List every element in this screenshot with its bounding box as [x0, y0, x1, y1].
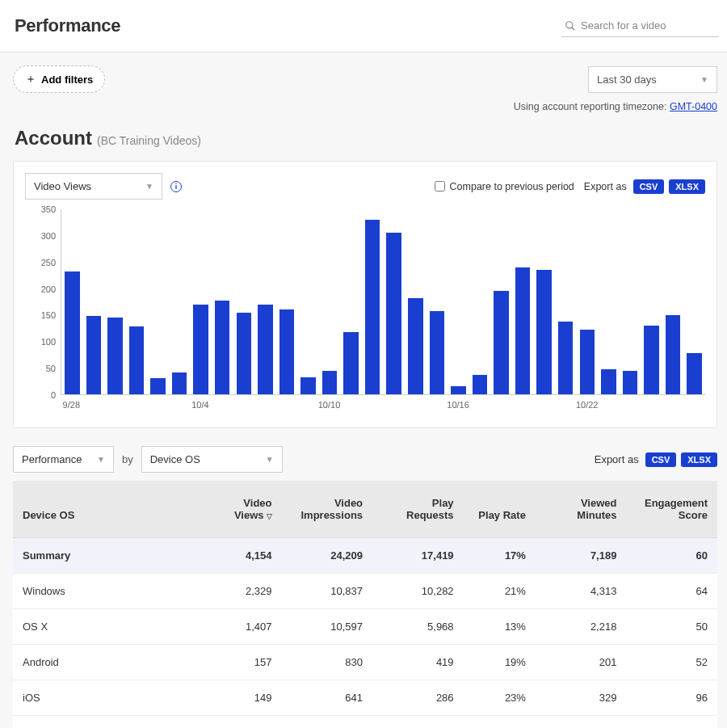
chart-bar[interactable] — [558, 322, 574, 394]
chart-bar[interactable] — [107, 318, 123, 394]
th-video-impressions[interactable]: Video Impressions — [282, 481, 373, 538]
metric-value: Video Views — [34, 180, 91, 192]
chart-bar[interactable] — [687, 353, 702, 394]
y-tick-label: 350 — [41, 204, 56, 214]
table-row[interactable]: Android15783041919%20152 — [13, 645, 717, 680]
cell-play-rate: 10% — [464, 716, 536, 729]
bar-slot — [235, 209, 254, 394]
cell-video-views: 2,329 — [191, 574, 282, 609]
table-header-row: Device OS Video Views▽ Video Impressions… — [13, 481, 717, 538]
th-play-rate[interactable]: Play Rate — [464, 481, 536, 538]
export-csv-button[interactable]: CSV — [645, 452, 677, 467]
cell-video-views: 103 — [191, 716, 282, 729]
bar-slot — [364, 209, 382, 394]
chart-bar[interactable] — [237, 313, 252, 394]
bar-slot — [385, 209, 403, 394]
cell-label: Windows — [13, 574, 191, 609]
chart-y-axis: 050100150200250300350 — [25, 209, 61, 395]
metric-select[interactable]: Video Views ▼ — [25, 173, 162, 200]
cell-play-rate: 13% — [464, 609, 536, 645]
breakdown-row: Performance ▼ by Device OS ▼ Export as C… — [13, 446, 717, 473]
info-icon[interactable]: i — [170, 181, 182, 192]
chart-bar[interactable] — [365, 220, 380, 394]
chart-bar[interactable] — [408, 298, 423, 394]
chart-bar[interactable] — [666, 315, 681, 394]
chart-bar[interactable] — [193, 305, 208, 394]
export-xlsx-button[interactable]: XLSX — [669, 179, 705, 194]
y-tick-label: 200 — [41, 284, 56, 294]
x-tick-label: 10/22 — [576, 400, 599, 410]
chart-bar[interactable] — [150, 378, 166, 394]
bar-slot — [63, 209, 82, 394]
compare-checkbox-input[interactable] — [435, 181, 445, 191]
chart-bar[interactable] — [494, 291, 509, 394]
chart-area: 050100150200250300350 — [25, 209, 705, 395]
chart-bar[interactable] — [430, 311, 445, 394]
chevron-down-icon: ▼ — [266, 455, 274, 464]
add-filters-button[interactable]: ＋ Add filters — [13, 65, 105, 93]
timezone-link[interactable]: GMT-0400 — [670, 101, 717, 112]
chart-bar[interactable] — [473, 375, 488, 394]
performance-select-value: Performance — [22, 453, 82, 465]
cell-label: iOS — [13, 680, 191, 716]
x-tick-label: 10/10 — [318, 400, 341, 410]
chart-bar[interactable] — [515, 267, 531, 394]
bar-slot — [599, 209, 618, 394]
breakdown-table: Device OS Video Views▽ Video Impressions… — [13, 481, 717, 728]
chart-bar[interactable] — [258, 305, 273, 394]
th-play-requests[interactable]: Play Requests — [372, 481, 464, 538]
export-xlsx-button[interactable]: XLSX — [681, 452, 717, 467]
dimension-select-value: Device OS — [150, 453, 200, 465]
bar-slot — [342, 209, 360, 394]
table-row[interactable]: Linux1031,01645410%12541 — [13, 716, 717, 729]
th-engagement-score[interactable]: Engagement Score — [626, 481, 717, 538]
search-input[interactable] — [581, 19, 716, 32]
chart-bar[interactable] — [300, 377, 316, 394]
th-viewed-minutes[interactable]: Viewed Minutes — [536, 481, 627, 538]
chevron-down-icon: ▼ — [145, 182, 153, 191]
top-bar: Performance — [0, 0, 727, 53]
chart-bar[interactable] — [536, 270, 552, 394]
th-video-views[interactable]: Video Views▽ — [191, 481, 282, 538]
dimension-select[interactable]: Device OS ▼ — [141, 446, 283, 473]
table-row[interactable]: OS X1,40710,5975,96813%2,21850 — [13, 609, 717, 645]
y-tick-label: 0 — [51, 390, 56, 400]
compare-checkbox[interactable]: Compare to previous period — [435, 181, 574, 192]
y-tick-label: 50 — [46, 364, 56, 373]
chart-bar[interactable] — [322, 371, 338, 394]
chart-bar[interactable] — [644, 326, 659, 394]
chart-bar[interactable] — [451, 386, 466, 394]
cell-engagement-score: 52 — [626, 645, 717, 680]
chart-bar[interactable] — [86, 316, 102, 394]
chart-bar[interactable] — [129, 326, 145, 394]
th-dimension[interactable]: Device OS — [13, 481, 191, 538]
chart-bar[interactable] — [65, 271, 80, 394]
chart-bar[interactable] — [343, 332, 359, 394]
chart-bar[interactable] — [601, 369, 616, 394]
cell-video-views: 157 — [191, 645, 282, 680]
video-search[interactable] — [561, 15, 719, 37]
chart-bar[interactable] — [386, 233, 401, 394]
bar-slot — [492, 209, 511, 394]
export-csv-button[interactable]: CSV — [633, 179, 665, 194]
chart-bar[interactable] — [172, 372, 187, 394]
cell-video-views: 1,407 — [191, 609, 282, 645]
page-title: Performance — [15, 15, 120, 36]
chart-bar[interactable] — [279, 309, 295, 394]
bar-slot — [256, 209, 275, 394]
bar-slot — [170, 209, 189, 394]
date-range-select[interactable]: Last 30 days ▼ — [588, 66, 717, 93]
table-row[interactable]: Windows2,32910,83710,28221%4,31364 — [13, 574, 717, 609]
export-label: Export as — [595, 453, 639, 465]
chart-bar[interactable] — [580, 330, 595, 394]
account-subtitle: (BC Training Videos) — [97, 134, 201, 147]
summary-play-requests: 17,419 — [372, 538, 464, 574]
chart-bar[interactable] — [623, 371, 638, 394]
cell-engagement-score: 41 — [626, 716, 717, 729]
table-body: Summary 4,154 24,209 17,419 17% 7,189 60… — [13, 538, 717, 729]
performance-select[interactable]: Performance ▼ — [13, 446, 114, 473]
table-row[interactable]: iOS14964128623%32996 — [13, 680, 717, 716]
cell-label: Android — [13, 645, 191, 680]
chart-bar[interactable] — [215, 301, 230, 394]
svg-point-0 — [566, 21, 573, 27]
